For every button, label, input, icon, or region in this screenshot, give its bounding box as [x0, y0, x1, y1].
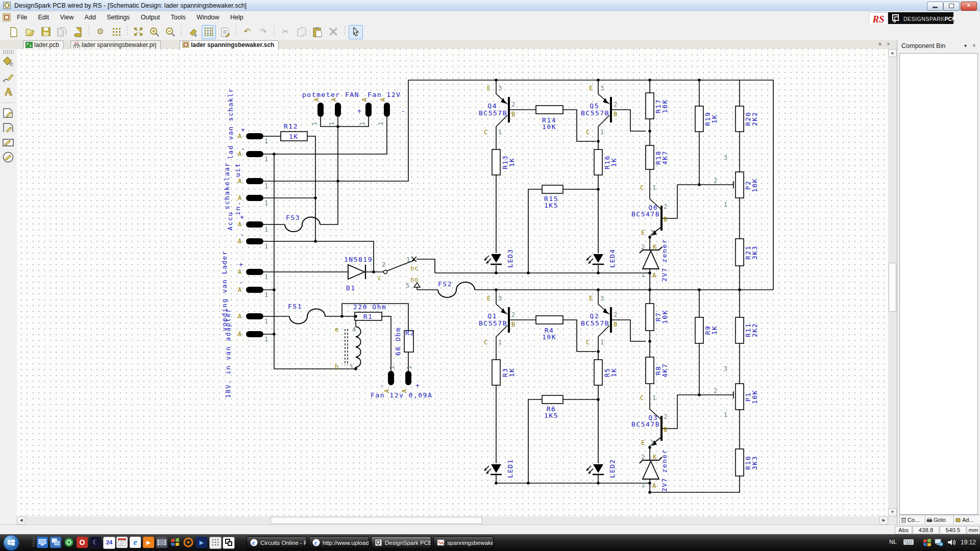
schematic-label: C	[640, 184, 644, 191]
menu-add[interactable]: Add	[80, 11, 101, 23]
quicklaunch-grid-app-icon[interactable]	[209, 537, 222, 549]
taskbar: O ☾ 24 e ▶ ▶ eCircuits Online - For... e…	[0, 534, 980, 551]
taskbar-window-upload-page[interactable]: ehttp://www.upload...	[309, 536, 369, 549]
menu-edit[interactable]: Edit	[34, 11, 54, 23]
taskbar-window-label: http://www.upload...	[323, 540, 369, 546]
toolbar-grip[interactable]	[3, 50, 14, 54]
grid-settings-button[interactable]	[109, 25, 124, 39]
schematic-canvas[interactable]: lad van schaklr+-schakelaaruitin.Accu+-v…	[17, 49, 888, 516]
fill-tool-button[interactable]	[186, 25, 200, 39]
schematic-label: 10K	[751, 178, 758, 192]
tab-lader-spanningsbewaker-prj[interactable]: lader spanningsbewaker.prj	[70, 40, 161, 49]
schematic-label: Q1	[487, 312, 497, 320]
designspark-logo-icon	[891, 14, 901, 23]
menu-view[interactable]: View	[55, 11, 78, 23]
add-circle-tool[interactable]	[1, 149, 15, 164]
tab-list-button[interactable]: ≡	[877, 41, 884, 48]
menu-file[interactable]: File	[12, 11, 32, 23]
quicklaunch-browser-red-icon[interactable]: O	[77, 537, 88, 548]
zoom-out-button[interactable]	[163, 25, 178, 39]
menu-output[interactable]: Output	[136, 11, 165, 23]
quicklaunch-remote-desktop-icon[interactable]	[37, 537, 48, 548]
close-file-button[interactable]	[55, 25, 69, 39]
add-rectangle-tool[interactable]	[1, 135, 15, 149]
save-button[interactable]	[39, 25, 53, 39]
taskbar-window-designspark[interactable]: DesignSpark PCB wi...	[371, 536, 431, 549]
vertical-scroll-thumb[interactable]	[889, 263, 896, 312]
scroll-left-arrow[interactable]: ◀	[17, 516, 26, 524]
quicklaunch-green-app-icon[interactable]	[63, 537, 75, 548]
component-bin-close-button[interactable]: ×	[970, 42, 978, 49]
schematic-label: 10K	[751, 390, 758, 404]
quicklaunch-designspark-icon[interactable]	[223, 537, 235, 549]
open-file-button[interactable]	[23, 25, 37, 39]
tray-security-icon[interactable]	[923, 539, 931, 547]
schematic-label: 2	[511, 311, 516, 318]
tab-close-button[interactable]: ×	[885, 41, 892, 48]
quicklaunch-sync-icon[interactable]	[183, 537, 194, 548]
delete-button[interactable]	[326, 25, 340, 39]
paste-button[interactable]	[310, 25, 325, 39]
quicklaunch-night-app-icon[interactable]: ☾	[90, 537, 101, 548]
cut-button[interactable]: ✂	[278, 25, 292, 39]
settings-gear-button[interactable]: ⚙	[93, 25, 107, 39]
schematic-label: 1K	[610, 158, 618, 167]
horizontal-scrollbar[interactable]: ◀ ▶	[17, 516, 888, 524]
add-text-tool[interactable]: A	[1, 85, 15, 99]
library-button[interactable]	[71, 25, 85, 39]
copy-button[interactable]	[295, 25, 309, 39]
taskbar-window-circuits-online[interactable]: eCircuits Online - For...	[247, 536, 307, 549]
schematic-label: B	[614, 111, 618, 118]
design-rules-button[interactable]	[218, 25, 232, 39]
scroll-down-arrow[interactable]: ▼	[888, 508, 897, 516]
minimize-button[interactable]	[927, 2, 943, 11]
zoom-extents-button[interactable]	[131, 25, 145, 39]
component-bin-title: Component Bin	[901, 42, 945, 49]
new-file-button[interactable]	[7, 25, 21, 39]
taskbar-window-spanningsbewaker-image[interactable]: spanningsbewaker -...	[433, 536, 494, 549]
tab-lader-spanningsbewaker-sch[interactable]: lader spanningsbewaker.sch	[180, 40, 279, 49]
tray-volume-icon[interactable]	[947, 539, 955, 547]
restore-button[interactable]	[943, 2, 960, 11]
horizontal-scroll-thumb[interactable]	[271, 517, 482, 524]
add-filled-shape-tool[interactable]	[1, 105, 15, 119]
quicklaunch-explorer-icon[interactable]	[50, 537, 61, 548]
place-component-tool[interactable]	[1, 55, 15, 69]
start-button[interactable]	[3, 535, 19, 551]
quicklaunch-calendar-icon[interactable]	[116, 537, 128, 548]
title-bar[interactable]: DesignSpark PCB wired by RS - [Schematic…	[0, 0, 980, 12]
menu-settings[interactable]: Settings	[102, 11, 134, 23]
grid-toggle-button[interactable]	[202, 25, 216, 39]
tray-keyboard-icon[interactable]	[903, 539, 914, 546]
schematic-label: A	[313, 97, 320, 102]
quicklaunch-24-app-icon[interactable]: 24	[103, 537, 115, 549]
component-bin-header[interactable]: Component Bin ▾ ×	[897, 40, 980, 52]
scroll-right-arrow[interactable]: ▶	[879, 516, 888, 524]
place-wire-tool[interactable]	[1, 70, 15, 84]
redo-button[interactable]: ↷	[256, 25, 271, 39]
schematic-label: A	[652, 272, 656, 279]
tray-network-icon[interactable]	[935, 539, 943, 547]
vertical-scrollbar[interactable]: ▲ ▼	[888, 49, 897, 516]
schematic-label: uit	[234, 163, 241, 177]
quicklaunch-media-player-icon[interactable]: ▶	[143, 537, 154, 548]
schematic-label: 1K	[710, 325, 718, 335]
quicklaunch-security-icon[interactable]	[169, 537, 181, 548]
component-bin-menu-button[interactable]: ▾	[962, 42, 969, 49]
tab-lader-pcb[interactable]: lader.pcb	[23, 40, 64, 49]
menu-window[interactable]: Window	[192, 11, 224, 23]
quicklaunch-internet-explorer-icon[interactable]: e	[130, 537, 141, 548]
add-open-shape-tool[interactable]	[1, 120, 15, 134]
menu-help[interactable]: Help	[226, 11, 248, 23]
select-pointer-button[interactable]	[349, 25, 363, 39]
menu-tools[interactable]: Tools	[166, 11, 190, 23]
zoom-in-button[interactable]	[148, 25, 162, 39]
tray-clock[interactable]: 19:12	[961, 539, 976, 546]
undo-button[interactable]: ↶	[240, 25, 254, 39]
tray-language-indicator[interactable]: NL	[889, 539, 897, 545]
close-button[interactable]: ×	[961, 2, 977, 11]
component-bin-list[interactable]	[899, 53, 978, 515]
quicklaunch-player-blue-icon[interactable]: ▶	[196, 537, 207, 548]
scroll-up-arrow[interactable]: ▲	[888, 49, 897, 57]
quicklaunch-movie-maker-icon[interactable]	[156, 537, 167, 548]
